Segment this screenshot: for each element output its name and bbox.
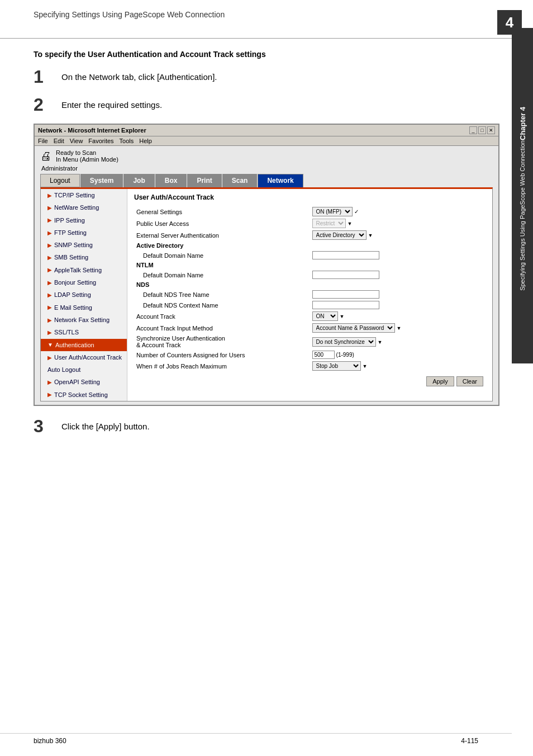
ad-domain-input[interactable]	[312, 251, 379, 259]
sidebar-item-openapi[interactable]: ▶ OpenAPI Setting	[41, 376, 127, 388]
tab-job[interactable]: Job	[123, 174, 154, 187]
sidebar-label: Bonjour Setting	[54, 278, 96, 286]
printer-icon: 🖨	[40, 150, 51, 163]
arrow-icon: ▶	[47, 229, 52, 237]
sidebar-item-ssltls[interactable]: ▶ SSL/TLS	[41, 326, 127, 338]
arrow-icon: ▶	[47, 304, 52, 311]
apply-button[interactable]: Apply	[426, 376, 454, 386]
window-controls: _ □ ✕	[469, 126, 495, 134]
sidebar-item-authentication[interactable]: ▼ Authentication	[41, 339, 127, 351]
setting-value	[310, 289, 486, 300]
menu-tools[interactable]: Tools	[120, 138, 134, 144]
sidebar-label: SSL/TLS	[54, 328, 79, 336]
setting-label: Public User Access	[134, 218, 310, 229]
table-row: Account Track Input Method Account Name …	[134, 322, 486, 334]
sidebar-label: NetWare Setting	[54, 204, 99, 211]
menu-edit[interactable]: Edit	[54, 138, 64, 144]
menu-help[interactable]: Help	[139, 138, 152, 144]
arrow-icon: ▶	[47, 354, 52, 361]
clear-button[interactable]: Clear	[456, 376, 483, 386]
sidebar-label: E Mail Setting	[54, 304, 92, 311]
table-row: Active Directory	[134, 241, 486, 250]
setting-label: Default NDS Context Name	[134, 300, 310, 310]
tab-system[interactable]: System	[80, 174, 123, 187]
sidebar-item-email[interactable]: ▶ E Mail Setting	[41, 301, 127, 314]
tab-scan[interactable]: Scan	[222, 174, 258, 187]
sidebar-item-userauth[interactable]: ▶ User Auth/Account Track	[41, 351, 127, 363]
maximize-button[interactable]: □	[478, 126, 486, 134]
account-track-method-select[interactable]: Account Name & Password	[312, 323, 395, 333]
menu-file[interactable]: File	[38, 138, 48, 144]
dropdown-icon: ▼	[397, 325, 402, 331]
step-2: 2 Enter the required settings.	[34, 96, 499, 114]
sidebar-label: LDAP Setting	[54, 291, 91, 299]
minimize-button[interactable]: _	[469, 126, 477, 134]
browser-titlebar: Network - Microsoft Internet Explorer _ …	[35, 125, 498, 136]
printer-status: 🖨 Ready to Scan In Menu (Admin Mode)	[40, 149, 493, 163]
counter-input[interactable]	[312, 351, 335, 359]
tab-network[interactable]: Network	[258, 174, 303, 187]
table-row: General Settings ON (MFP) OFF ✓	[134, 206, 486, 218]
step-2-text: Enter the required settings.	[61, 96, 162, 110]
sidebar-label: FTP Setting	[54, 229, 87, 237]
step-1-text: On the Network tab, click [Authenticatio…	[61, 68, 217, 82]
setting-value	[310, 300, 486, 310]
sidebar-item-networkfax[interactable]: ▶ Network Fax Setting	[41, 314, 127, 326]
close-button[interactable]: ✕	[487, 126, 495, 134]
table-row: Account Track ON OFF ▼	[134, 310, 486, 322]
arrow-icon: ▶	[47, 254, 52, 261]
browser-window: Network - Microsoft Internet Explorer _ …	[34, 124, 499, 406]
arrow-icon: ▶	[47, 379, 52, 386]
sidebar-item-ldap[interactable]: ▶ LDAP Setting	[41, 289, 127, 301]
general-settings-select[interactable]: ON (MFP) OFF	[312, 207, 353, 216]
sidebar-item-bonjour[interactable]: ▶ Bonjour Setting	[41, 276, 127, 289]
step-3-number: 3	[34, 417, 61, 435]
sidebar: ▶ TCP/IP Setting ▶ NetWare Setting ▶ IPP…	[41, 189, 127, 401]
setting-value: Restrict Allow ▼	[310, 218, 486, 229]
sidebar-item-smb[interactable]: ▶ SMB Setting	[41, 251, 127, 263]
tab-logout[interactable]: Logout	[40, 174, 80, 187]
menu-view[interactable]: View	[70, 138, 83, 144]
dropdown-icon: ▼	[368, 233, 373, 238]
section-header-ad: Active Directory	[134, 241, 486, 250]
right-sidebar-title: Specifying Settings Using PageScope Web …	[519, 140, 526, 291]
right-sidebar: Chapter 4 Specifying Settings Using Page…	[512, 28, 533, 363]
sidebar-item-tcpsocket[interactable]: ▶ TCP Socket Setting	[41, 389, 127, 401]
nds-context-input[interactable]	[312, 301, 379, 309]
sidebar-label: User Auth/Account Track	[54, 353, 122, 361]
ntlm-domain-input[interactable]	[312, 271, 379, 279]
sidebar-item-ftp[interactable]: ▶ FTP Setting	[41, 226, 127, 239]
setting-label: Account Track Input Method	[134, 322, 310, 334]
nds-tree-input[interactable]	[312, 290, 379, 299]
admin-label: Administrator	[40, 165, 493, 172]
setting-value	[310, 270, 486, 280]
sidebar-item-autologout[interactable]: Auto Logout	[41, 363, 127, 376]
sidebar-item-ipp[interactable]: ▶ IPP Setting	[41, 214, 127, 226]
sidebar-item-tcpip[interactable]: ▶ TCP/IP Setting	[41, 189, 127, 201]
dropdown-icon: ▼	[378, 339, 383, 345]
status-line1: Ready to Scan	[56, 149, 118, 156]
status-text: Ready to Scan In Menu (Admin Mode)	[56, 149, 118, 163]
arrow-icon: ▶	[47, 242, 52, 249]
table-row: When # of Jobs Reach Maximum Stop Job De…	[134, 360, 486, 372]
sidebar-label: SNMP Setting	[54, 241, 93, 249]
account-track-select[interactable]: ON OFF	[312, 311, 338, 321]
sidebar-item-appletalk[interactable]: ▶ AppleTalk Setting	[41, 264, 127, 276]
jobs-max-select[interactable]: Stop Job Delete Oldest	[312, 361, 361, 371]
dropdown-icon: ▼	[340, 314, 345, 319]
ext-server-auth-select[interactable]: Active Directory LDAP NDS	[312, 230, 367, 240]
tab-box[interactable]: Box	[155, 174, 187, 187]
page-title: Specifying Settings Using PageScope Web …	[34, 10, 225, 19]
right-chapter-label: Chapter 4	[518, 107, 527, 140]
sidebar-item-snmp[interactable]: ▶ SNMP Setting	[41, 239, 127, 251]
sidebar-item-netware[interactable]: ▶ NetWare Setting	[41, 201, 127, 214]
menu-favorites[interactable]: Favorites	[88, 138, 113, 144]
setting-value: Stop Job Delete Oldest ▼	[310, 360, 486, 372]
public-user-access-select[interactable]: Restrict Allow	[312, 219, 346, 228]
setting-value: Do not Synchronize Synchronize ▼	[310, 334, 486, 349]
tab-print[interactable]: Print	[187, 174, 221, 187]
sync-auth-select[interactable]: Do not Synchronize Synchronize	[312, 337, 376, 347]
table-row: Default NDS Tree Name	[134, 289, 486, 300]
setting-label: External Server Authentication	[134, 229, 310, 241]
sidebar-label: Authentication	[55, 341, 94, 349]
